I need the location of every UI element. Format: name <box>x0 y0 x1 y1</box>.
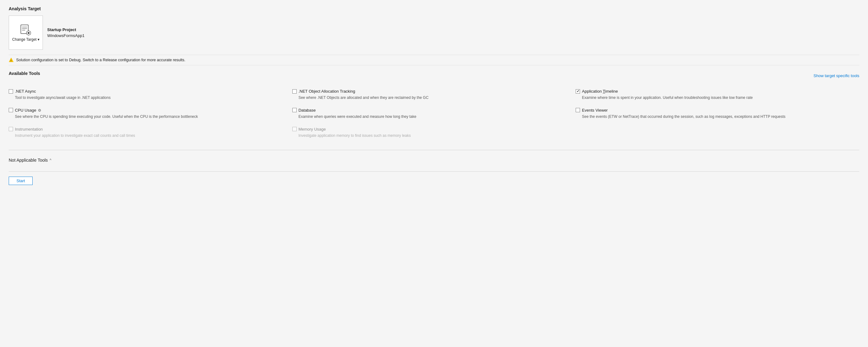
svg-line-13 <box>27 34 27 34</box>
tool-item-empty <box>576 124 859 143</box>
warning-icon: ! <box>9 58 14 62</box>
startup-project-info: Startup Project WindowsFormsApp1 <box>47 27 85 38</box>
change-target-chevron: ▾ <box>38 37 39 42</box>
tool-description-instrumentation: Instrument your application to investiga… <box>9 133 287 138</box>
tool-checkbox-instrumentation[interactable] <box>9 127 13 131</box>
tool-description-events-viewer: See the events (ETW or NetTrace) that oc… <box>576 114 854 119</box>
tool-item-application-timeline: Application Timeline Examine where time … <box>576 86 859 105</box>
startup-project-title: Startup Project <box>47 27 85 32</box>
warning-text: Solution configuration is set to Debug. … <box>16 58 185 62</box>
tools-divider <box>9 150 859 150</box>
tool-name-application-timeline: Application Timeline <box>582 89 618 94</box>
tool-item-events-viewer: Events Viewer See the events (ETW or Net… <box>576 105 859 124</box>
tool-name-cpu-usage: CPU Usage ⚙ <box>15 108 41 113</box>
tool-checkbox-application-timeline[interactable] <box>576 89 580 94</box>
startup-project-name: WindowsFormsApp1 <box>47 33 85 38</box>
tool-description-dotnet-async: Tool to investigate async/await usage in… <box>9 95 287 100</box>
cpu-usage-gear-icon[interactable]: ⚙ <box>38 108 41 113</box>
tool-name-instrumentation: Instrumentation <box>15 127 43 132</box>
tool-checkbox-cpu-usage[interactable] <box>9 108 13 112</box>
available-tools-title: Available Tools <box>9 71 40 76</box>
tool-description-application-timeline: Examine where time is spent in your appl… <box>576 95 854 100</box>
tool-name-dotnet-object-allocation: .NET Object Allocation Tracking <box>299 89 355 94</box>
tool-description-database: Examine when queries were executed and m… <box>292 114 571 119</box>
page-container: Analysis Target Chan <box>0 0 868 194</box>
tool-checkbox-database[interactable] <box>292 108 297 112</box>
tool-checkbox-memory-usage[interactable] <box>292 127 297 131</box>
available-tools-header: Available Tools Show target specific too… <box>9 71 859 80</box>
svg-line-10 <box>27 31 27 31</box>
tool-header-cpu-usage: CPU Usage ⚙ <box>9 108 287 113</box>
change-target-icon <box>20 24 32 36</box>
svg-point-5 <box>28 32 30 34</box>
tool-header-events-viewer: Events Viewer <box>576 108 854 113</box>
analysis-target-title: Analysis Target <box>9 6 859 11</box>
tool-description-dotnet-object-allocation: See where .NET Objects are allocated and… <box>292 95 571 100</box>
tool-description-memory-usage: Investigate application memory to find i… <box>292 133 571 138</box>
tool-checkbox-events-viewer[interactable] <box>576 108 580 112</box>
change-target-label: Change Target ▾ <box>12 37 39 42</box>
tool-item-database: Database Examine when queries were execu… <box>292 105 576 124</box>
tool-header-application-timeline: Application Timeline <box>576 89 854 94</box>
tool-name-database: Database <box>299 108 316 113</box>
tool-header-dotnet-async: .NET Async <box>9 89 287 94</box>
change-target-button[interactable]: Change Target ▾ <box>9 16 43 50</box>
svg-text:!: ! <box>10 59 11 62</box>
warning-bar: ! Solution configuration is set to Debug… <box>9 55 859 65</box>
show-target-specific-tools-link[interactable]: Show target specific tools <box>814 74 859 78</box>
analysis-target-row: Change Target ▾ Startup Project WindowsF… <box>9 16 859 50</box>
tool-header-memory-usage: Memory Usage <box>292 127 571 132</box>
tool-name-memory-usage: Memory Usage <box>299 127 326 132</box>
tool-name-dotnet-async: .NET Async <box>15 89 36 94</box>
start-button[interactable]: Start <box>9 177 33 185</box>
tool-checkbox-dotnet-async[interactable] <box>9 89 13 94</box>
tool-item-instrumentation: Instrumentation Instrument your applicat… <box>9 124 292 143</box>
tool-item-dotnet-object-allocation: .NET Object Allocation Tracking See wher… <box>292 86 576 105</box>
collapse-icon: ^ <box>50 158 52 162</box>
tools-grid: .NET Async Tool to investigate async/awa… <box>9 86 859 142</box>
tool-header-database: Database <box>292 108 571 113</box>
not-applicable-section: Not Applicable Tools ^ <box>9 155 859 165</box>
tool-checkbox-dotnet-object-allocation[interactable] <box>292 89 297 94</box>
tool-item-dotnet-async: .NET Async Tool to investigate async/awa… <box>9 86 292 105</box>
tool-item-memory-usage: Memory Usage Investigate application mem… <box>292 124 576 143</box>
tool-header-instrumentation: Instrumentation <box>9 127 287 132</box>
tool-description-cpu-usage: See where the CPU is spending time execu… <box>9 114 287 119</box>
not-applicable-header[interactable]: Not Applicable Tools ^ <box>9 155 859 165</box>
tool-item-cpu-usage: CPU Usage ⚙ See where the CPU is spendin… <box>9 105 292 124</box>
tool-name-events-viewer: Events Viewer <box>582 108 608 113</box>
bottom-bar: Start <box>9 171 859 187</box>
not-applicable-title: Not Applicable Tools <box>9 157 48 163</box>
tool-header-dotnet-object-allocation: .NET Object Allocation Tracking <box>292 89 571 94</box>
